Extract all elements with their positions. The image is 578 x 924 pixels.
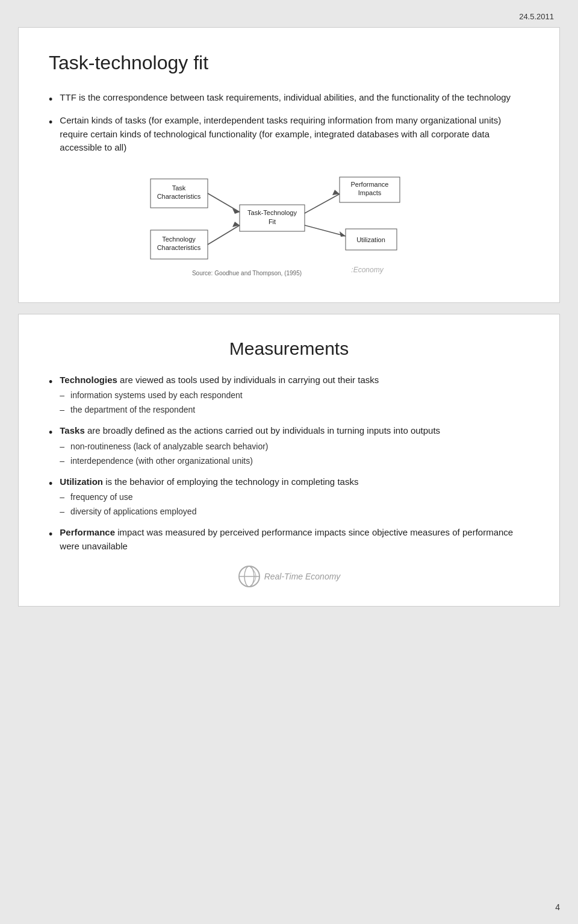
text-technologies: are viewed as tools used by individuals … bbox=[117, 375, 379, 385]
bullet-item: TTF is the correspondence between task r… bbox=[49, 91, 529, 108]
svg-text:Performance: Performance bbox=[351, 181, 389, 188]
utilization-sub: frequency of use diversity of applicatio… bbox=[60, 491, 529, 518]
bullet-performance: Performance impact was measured by perce… bbox=[49, 526, 529, 553]
svg-text:Technology: Technology bbox=[162, 236, 196, 243]
slide2-bullets: Technologies are viewed as tools used by… bbox=[49, 373, 529, 554]
bullet-item: Certain kinds of tasks (for example, int… bbox=[49, 114, 529, 155]
svg-text:Characteristics: Characteristics bbox=[157, 244, 201, 251]
svg-line-16 bbox=[208, 225, 240, 245]
date-text: 24.5.2011 bbox=[519, 12, 554, 21]
svg-line-18 bbox=[305, 194, 340, 213]
svg-line-14 bbox=[208, 193, 240, 212]
text-tasks: are broadly defined as the actions carri… bbox=[85, 425, 440, 435]
slide1-title: Task-technology fit bbox=[49, 52, 529, 74]
rte-footer: Real-Time Economy bbox=[49, 565, 529, 588]
slide-2: Measurements Technologies are viewed as … bbox=[18, 314, 560, 607]
bullet-text-1: TTF is the correspondence between task r… bbox=[60, 91, 529, 105]
text-utilization: is the behavior of employing the technol… bbox=[103, 476, 358, 487]
bullet-technologies: Technologies are viewed as tools used by… bbox=[49, 373, 529, 419]
bullet-utilization: Utilization is the behavior of employing… bbox=[49, 475, 529, 520]
svg-text:Impacts: Impacts bbox=[358, 189, 382, 196]
sub-item: the department of the respondent bbox=[60, 404, 529, 416]
svg-text:Characteristics: Characteristics bbox=[157, 193, 201, 200]
svg-text:Fit: Fit bbox=[269, 218, 276, 225]
svg-line-20 bbox=[305, 225, 346, 236]
technologies-sub: information systems used by each respond… bbox=[60, 389, 529, 416]
term-technologies: Technologies bbox=[60, 375, 117, 385]
performance-content: Performance impact was measured by perce… bbox=[60, 526, 529, 553]
technologies-content: Technologies are viewed as tools used by… bbox=[60, 373, 529, 419]
term-performance: Performance bbox=[60, 527, 115, 537]
term-utilization: Utilization bbox=[60, 476, 103, 487]
page-number: 4 bbox=[555, 902, 560, 912]
svg-text:Utilization: Utilization bbox=[356, 236, 385, 243]
svg-text:Source: Goodhue and Thompson, : Source: Goodhue and Thompson, (1995) bbox=[192, 270, 302, 276]
rte-logo-text: Real-Time Economy bbox=[264, 572, 341, 581]
date-header: 24.5.2011 bbox=[18, 12, 560, 21]
slide-1: Task-technology fit TTF is the correspon… bbox=[18, 27, 560, 303]
svg-text:Task-Technology: Task-Technology bbox=[247, 209, 297, 216]
sub-item: diversity of applications employed bbox=[60, 505, 529, 518]
svg-text:Task: Task bbox=[172, 184, 186, 192]
text-performance: impact was measured by perceived perform… bbox=[60, 527, 513, 551]
sub-item: frequency of use bbox=[60, 491, 529, 504]
diagram-container: Task Characteristics Technology Characte… bbox=[49, 164, 529, 284]
svg-marker-21 bbox=[340, 231, 346, 237]
svg-text::Economy: :Economy bbox=[351, 266, 384, 274]
sub-item: interdependence (with other organization… bbox=[60, 455, 529, 467]
tasks-sub: non-routineness (lack of analyzable sear… bbox=[60, 440, 529, 467]
sub-item: non-routineness (lack of analyzable sear… bbox=[60, 440, 529, 453]
utilization-content: Utilization is the behavior of employing… bbox=[60, 475, 529, 520]
sub-item: information systems used by each respond… bbox=[60, 389, 529, 402]
tasks-content: Tasks are broadly defined as the actions… bbox=[60, 424, 529, 469]
ttf-diagram: Task Characteristics Technology Characte… bbox=[138, 164, 440, 284]
rte-logo-icon bbox=[238, 565, 261, 588]
bullet-text-2: Certain kinds of tasks (for example, int… bbox=[60, 114, 529, 155]
slide1-bullets: TTF is the correspondence between task r… bbox=[49, 91, 529, 155]
bullet-tasks: Tasks are broadly defined as the actions… bbox=[49, 424, 529, 469]
slide2-title: Measurements bbox=[49, 339, 529, 359]
term-tasks: Tasks bbox=[60, 425, 84, 435]
